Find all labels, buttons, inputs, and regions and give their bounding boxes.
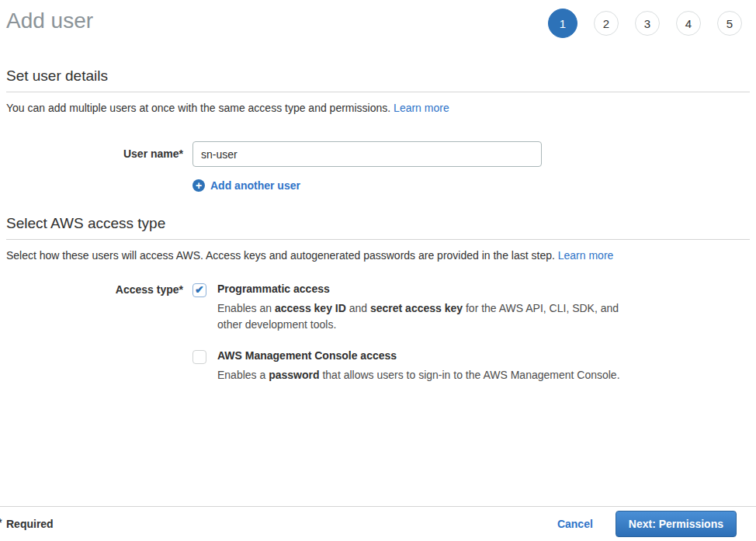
section-heading-access-type: Select AWS access type xyxy=(6,215,750,232)
learn-more-link-user-details[interactable]: Learn more xyxy=(394,102,449,114)
required-note: * Required xyxy=(6,518,54,530)
access-type-label: Access type* xyxy=(6,283,192,383)
step-circle-2: 2 xyxy=(594,11,619,36)
username-control: + Add another user xyxy=(192,141,750,192)
access-type-description-text: Select how these users will access AWS. … xyxy=(6,249,555,262)
step-circle-4: 4 xyxy=(676,11,701,36)
programmatic-access-description: Enables an access key ID and secret acce… xyxy=(217,300,636,333)
programmatic-access-title[interactable]: Programmatic access xyxy=(217,283,636,295)
access-type-options: Programmatic access Enables an access ke… xyxy=(192,283,750,383)
page-header: Add user 12345 xyxy=(6,0,750,38)
access-type-description: Select how these users will access AWS. … xyxy=(6,249,750,262)
step-circle-5: 5 xyxy=(717,11,742,36)
user-details-description: You can add multiple users at once with … xyxy=(6,102,750,114)
section-divider xyxy=(6,92,750,92)
access-type-row: Access type* Programmatic access Enables… xyxy=(6,283,750,383)
required-text: Required xyxy=(6,518,54,530)
wizard-footer: * Required Cancel Next: Permissions xyxy=(0,506,756,541)
console-access-description: Enables a password that allows users to … xyxy=(217,367,620,383)
step-circle-1: 1 xyxy=(548,9,577,38)
programmatic-access-checkbox[interactable] xyxy=(192,283,206,297)
add-another-user-label: Add another user xyxy=(210,179,300,192)
add-user-page: Add user 12345 Set user details You can … xyxy=(0,0,756,383)
option-console-access: AWS Management Console access Enables a … xyxy=(192,349,750,383)
user-details-description-text: You can add multiple users at once with … xyxy=(6,102,390,114)
learn-more-link-access-type[interactable]: Learn more xyxy=(558,249,614,262)
section-divider xyxy=(6,239,750,240)
option-programmatic-access: Programmatic access Enables an access ke… xyxy=(192,283,750,333)
username-label: User name* xyxy=(6,141,192,192)
next-permissions-button[interactable]: Next: Permissions xyxy=(616,511,737,537)
page-title: Add user xyxy=(6,8,93,34)
add-another-user-button[interactable]: + Add another user xyxy=(192,179,300,192)
cancel-button[interactable]: Cancel xyxy=(557,518,593,530)
plus-circle-icon: + xyxy=(192,179,205,192)
required-asterisk: * xyxy=(0,516,2,529)
username-row: User name* + Add another user xyxy=(6,141,750,192)
footer-actions: Cancel Next: Permissions xyxy=(557,511,737,537)
console-access-checkbox[interactable] xyxy=(192,350,206,364)
wizard-step-indicator: 12345 xyxy=(548,9,742,38)
username-input[interactable] xyxy=(192,141,542,167)
step-circle-3: 3 xyxy=(635,11,660,36)
console-access-title[interactable]: AWS Management Console access xyxy=(217,349,620,362)
section-heading-user-details: Set user details xyxy=(6,68,750,85)
